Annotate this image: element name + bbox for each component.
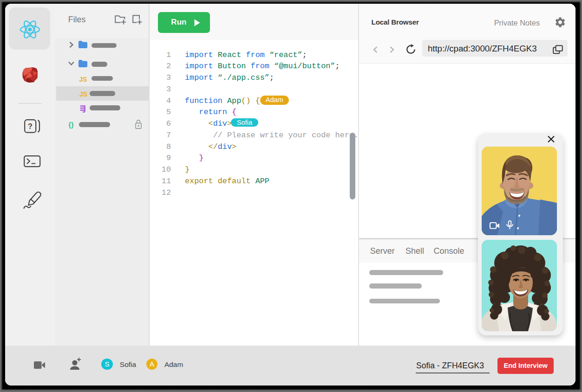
svg-text:?: ?: [28, 122, 33, 130]
